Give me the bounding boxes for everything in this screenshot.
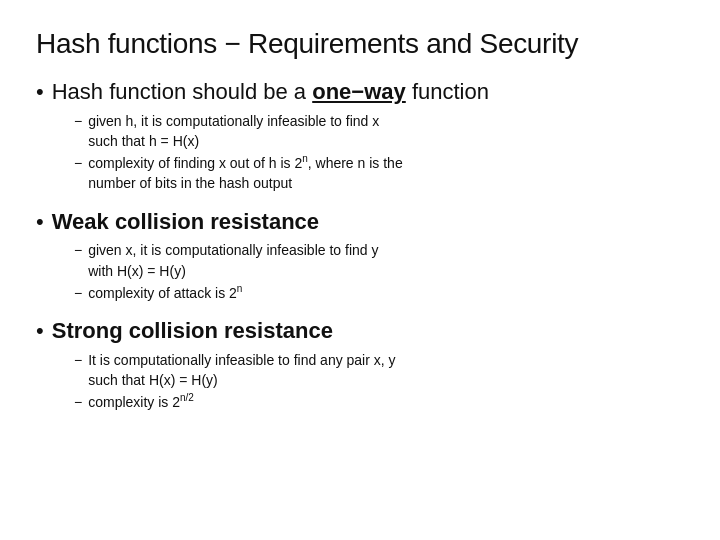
- bullet-main-weak: • Weak collision resistance: [36, 208, 684, 237]
- bullet-dot-1: •: [36, 78, 44, 107]
- sub-dash-3-1: −: [74, 350, 82, 370]
- bullet-dot-3: •: [36, 317, 44, 346]
- sub-dash-2-1: −: [74, 240, 82, 260]
- bullet-dot-2: •: [36, 208, 44, 237]
- bullet-one-way: • Hash function should be a one−way func…: [36, 78, 684, 194]
- sub-bullet-3-1: − It is computationally infeasible to fi…: [74, 350, 684, 391]
- sub-dash-3-2: −: [74, 392, 82, 412]
- one-way-term: one−way: [312, 79, 406, 104]
- bullet-text-one-way: Hash function should be a one−way functi…: [52, 78, 489, 107]
- sub-bullets-weak: − given x, it is computationally infeasi…: [74, 240, 684, 303]
- sub-bullets-one-way: − given h, it is computationally infeasi…: [74, 111, 684, 194]
- bullet-strong: • Strong collision resistance − It is co…: [36, 317, 684, 412]
- slide: Hash functions − Requirements and Securi…: [0, 0, 720, 540]
- sub-bullet-2-1: − given x, it is computationally infeasi…: [74, 240, 684, 281]
- slide-title: Hash functions − Requirements and Securi…: [36, 28, 684, 60]
- bullet-main-one-way: • Hash function should be a one−way func…: [36, 78, 684, 107]
- sub-bullet-1-1: − given h, it is computationally infeasi…: [74, 111, 684, 152]
- sub-bullets-strong: − It is computationally infeasible to fi…: [74, 350, 684, 413]
- bullet-weak: • Weak collision resistance − given x, i…: [36, 208, 684, 303]
- sub-dash-1-1: −: [74, 111, 82, 131]
- sub-text-3-2: complexity is 2n/2: [88, 392, 194, 412]
- weak-collision-term: Weak collision resistance: [52, 208, 319, 237]
- strong-collision-term: Strong collision resistance: [52, 317, 333, 346]
- sub-bullet-3-2: − complexity is 2n/2: [74, 392, 684, 412]
- sub-bullet-2-2: − complexity of attack is 2n: [74, 283, 684, 303]
- sub-text-2-1: given x, it is computationally infeasibl…: [88, 240, 378, 281]
- bullet-main-strong: • Strong collision resistance: [36, 317, 684, 346]
- sub-text-1-1: given h, it is computationally infeasibl…: [88, 111, 379, 152]
- content-area: • Hash function should be a one−way func…: [36, 78, 684, 417]
- sub-text-2-2: complexity of attack is 2n: [88, 283, 242, 303]
- sub-text-3-1: It is computationally infeasible to find…: [88, 350, 395, 391]
- sub-dash-1-2: −: [74, 153, 82, 173]
- sub-dash-2-2: −: [74, 283, 82, 303]
- sub-text-1-2: complexity of finding x out of h is 2n, …: [88, 153, 403, 194]
- sub-bullet-1-2: − complexity of finding x out of h is 2n…: [74, 153, 684, 194]
